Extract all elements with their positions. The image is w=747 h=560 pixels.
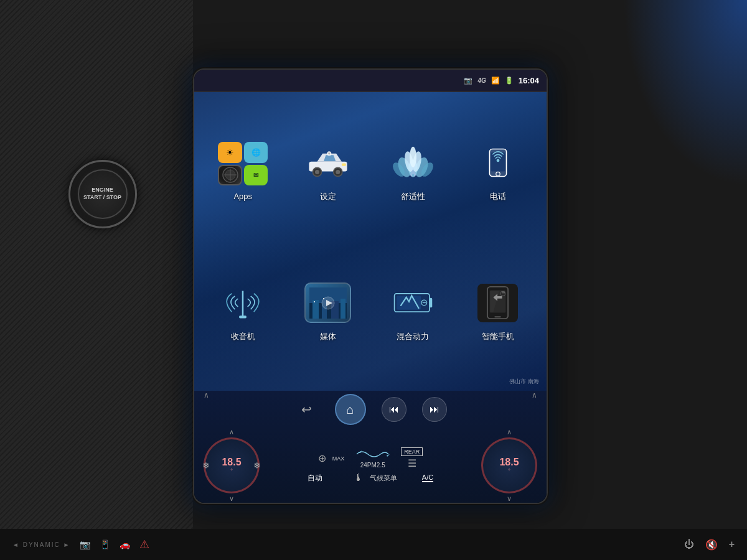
left-temp-value: 18.5: [222, 457, 241, 468]
rear-fan-icon: ☰: [408, 457, 416, 469]
app-item-comfort[interactable]: 舒适性: [374, 105, 453, 238]
media-label: 媒体: [320, 331, 336, 342]
bottom-controls: ∧ ↩ ⌂ ⏮ ⏭ ∧ ∧ ❄ 18.5 ° ❄: [194, 391, 547, 503]
phone-icon: [473, 141, 523, 185]
apps-sub-icon-2: 🌐: [244, 142, 268, 163]
rear-label: REAR: [401, 447, 423, 456]
max-icon: ⊕: [318, 452, 326, 464]
hazard-button[interactable]: ⚠: [139, 538, 149, 551]
max-label: MAX: [332, 455, 345, 462]
fan-left-icon: ❄: [202, 460, 210, 470]
svg-rect-13: [342, 163, 346, 166]
app-item-smartphone[interactable]: 智能手机: [459, 245, 538, 378]
main-content-area: ☀ 🌐 ✉ Apps: [194, 92, 547, 391]
4g-status-icon: 4G: [477, 77, 486, 84]
app-item-hybrid[interactable]: 混合动力: [374, 245, 453, 378]
climate-middle: ⊕ MAX 24PM2.5 REAR ☰: [269, 447, 472, 483]
radio-icon: [218, 281, 268, 325]
up-arrow-right[interactable]: ∧: [532, 391, 537, 399]
apps-icon: ☀ 🌐 ✉: [218, 142, 268, 185]
apps-sub-icon-1: ☀: [218, 142, 242, 163]
svg-rect-28: [239, 315, 247, 318]
comfort-label: 舒适性: [401, 191, 425, 202]
smartphone-label: 智能手机: [482, 331, 514, 342]
phone-screen-button[interactable]: 📱: [100, 539, 110, 549]
physical-controls-strip: ◄ DYNAMIC ► 📷 📱 🚗 ⚠ ⏻ 🔇 +: [0, 529, 747, 560]
navigation-row: ∧ ↩ ⌂ ⏮ ⏭ ∧: [194, 391, 547, 428]
apps-grid: ☀ 🌐 ✉ Apps: [194, 92, 547, 391]
settings-icon: [303, 141, 353, 185]
comfort-icon: [388, 141, 438, 185]
status-bar: 📷 4G 📶 🔋 16:04: [194, 70, 547, 92]
svg-point-21: [410, 147, 416, 167]
auto-mode-label: 自动: [308, 473, 322, 483]
up-arrow-left[interactable]: ∧: [204, 391, 209, 399]
svg-rect-31: [312, 300, 319, 319]
app-item-media[interactable]: 媒体: [289, 245, 368, 378]
signal-status-icon: 📶: [491, 77, 500, 85]
svg-rect-40: [430, 298, 432, 308]
left-temp-unit: °: [230, 468, 233, 474]
engine-button-label: ENGINE START / STOP: [83, 187, 121, 201]
fan-right-icon: ❄: [253, 460, 261, 470]
thermometer-icon: 🌡: [354, 472, 364, 483]
svg-rect-35: [314, 301, 315, 302]
climate-menu-label: 气候菜单: [370, 474, 397, 483]
svg-rect-46: [495, 316, 501, 317]
car-view-button[interactable]: 🚗: [120, 539, 130, 549]
hybrid-icon: [388, 281, 438, 325]
volume-plus-button[interactable]: +: [729, 539, 735, 550]
apps-label: Apps: [233, 192, 252, 201]
media-icon: [303, 281, 353, 325]
dynamic-mode-label[interactable]: ◄ DYNAMIC ►: [12, 541, 70, 548]
svg-point-6: [315, 169, 319, 174]
battery-status-icon: 🔋: [505, 77, 514, 85]
app-item-phone[interactable]: 电话: [459, 105, 538, 238]
app-item-radio[interactable]: 收音机: [204, 245, 283, 378]
apps-sub-icon-4: ✉: [244, 165, 268, 186]
right-dashboard-panel: [622, 0, 747, 560]
app-item-settings[interactable]: 设定: [289, 105, 368, 238]
status-time: 16:04: [519, 76, 539, 85]
pm-value: 24PM2.5: [360, 462, 385, 469]
camera-status-icon: 📷: [464, 77, 472, 85]
camera-button[interactable]: 📷: [80, 539, 90, 549]
hybrid-label: 混合动力: [397, 331, 429, 342]
svg-point-8: [336, 169, 340, 174]
back-button[interactable]: ↩: [294, 397, 319, 422]
left-temp-dial[interactable]: ❄ 18.5 ° ❄: [204, 437, 260, 493]
ac-label: A/C: [422, 474, 433, 482]
next-track-button[interactable]: ⏭: [422, 397, 447, 422]
smartphone-icon: [473, 281, 523, 325]
engine-start-stop-button[interactable]: ENGINE START / STOP: [54, 154, 151, 234]
apps-sub-icon-3: [218, 165, 242, 186]
svg-rect-41: [397, 296, 421, 310]
climate-row: ∧ ❄ 18.5 ° ❄ ∨ ⊕ MAX: [194, 428, 547, 503]
app-item-apps[interactable]: ☀ 🌐 ✉ Apps: [204, 105, 283, 238]
mute-button[interactable]: 🔇: [705, 539, 718, 551]
infotainment-screen: 📷 4G 📶 🔋 16:04 ☀ 🌐: [193, 68, 548, 504]
svg-point-25: [496, 159, 499, 162]
right-temp-unit: °: [508, 468, 510, 474]
right-temp-dial[interactable]: 18.5 °: [481, 437, 537, 493]
home-button[interactable]: ⌂: [335, 394, 366, 425]
phone-label: 电话: [490, 191, 506, 202]
settings-label: 设定: [320, 191, 336, 202]
svg-rect-34: [341, 299, 345, 319]
location-text: 佛山市 南海: [509, 378, 539, 386]
right-temp-value: 18.5: [499, 457, 519, 468]
left-dashboard-panel: [0, 0, 193, 560]
power-button[interactable]: ⏻: [684, 539, 694, 550]
radio-label: 收音机: [231, 331, 255, 342]
prev-track-button[interactable]: ⏮: [382, 397, 406, 422]
